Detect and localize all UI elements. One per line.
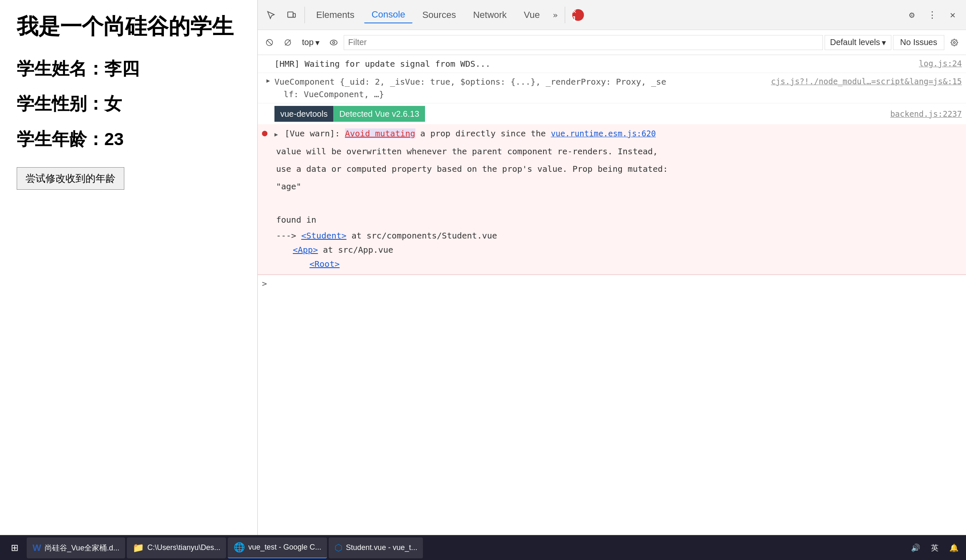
hmr-link[interactable]: log.js:24 <box>919 58 962 70</box>
tab-console[interactable]: Console <box>364 7 413 23</box>
taskbar-volume[interactable]: 🔊 <box>908 542 923 554</box>
tree-line2: <App> at src/App.vue <box>276 245 393 255</box>
tab-vue[interactable]: Vue <box>516 7 547 23</box>
vscode-icon: ⬡ <box>335 542 342 553</box>
warn-line1: value will be overwritten whenever the p… <box>276 146 658 156</box>
explorer-icon: 📁 <box>133 542 144 553</box>
error-circle-icon: ● <box>262 128 267 138</box>
chevron-down-icon: ▾ <box>315 38 319 48</box>
error-count: ✕ 1 <box>572 9 584 21</box>
inspect-icon[interactable] <box>262 6 280 24</box>
taskbar-vscode[interactable]: ⬡ Student.vue - vue_t... <box>329 537 423 558</box>
filter-input[interactable] <box>344 35 823 50</box>
explorer-label: C:\Users\tianyu\Des... <box>147 543 220 552</box>
warn-body-line1: value will be overwritten whenever the p… <box>258 143 966 160</box>
component-tree: ---> <Student> at src/components/Student… <box>258 229 966 274</box>
svg-point-6 <box>330 40 337 45</box>
tree-line1: ---> <Student> at src/components/Student… <box>276 231 497 241</box>
chrome-icon: 🌐 <box>234 542 245 553</box>
field-age: 学生年龄：23 <box>17 128 241 151</box>
avoid-mutating-highlight: Avoid mutating <box>345 128 415 138</box>
tab-divider <box>304 7 305 23</box>
taskbar-notification[interactable]: 🔔 <box>946 542 962 554</box>
badge-dark-label: vue-devtools <box>274 106 333 122</box>
hmr-text: [HMR] Waiting for update signal from WDS… <box>274 58 919 70</box>
devtools-close-icon[interactable]: ✕ <box>943 6 962 24</box>
log-level-selector[interactable]: Default levels ▾ <box>825 35 891 50</box>
console-line-vuecomp: ▶ VueComponent {_uid: 2, _isVue: true, $… <box>258 73 966 103</box>
warn-text-1: a prop directly since the <box>415 128 551 138</box>
svg-rect-0 <box>288 12 293 17</box>
student-component-link[interactable]: <Student> <box>301 231 346 241</box>
svg-point-7 <box>332 41 335 43</box>
tab-elements[interactable]: Elements <box>309 7 362 23</box>
found-in-text: found in <box>276 215 316 225</box>
log-level-value: Default levels <box>830 38 880 47</box>
devtools-settings-icon[interactable]: ⚙ <box>903 6 921 24</box>
console-input-area: > <box>258 275 966 292</box>
warn-line3: "age" <box>276 181 301 191</box>
warn-body-line2: use a data or computed property based on… <box>258 160 966 178</box>
vue-runtime-link[interactable]: vue.runtime.esm.js:620 <box>551 129 656 138</box>
vue-devtools-badge: vue-devtools Detected Vue v2.6.13 <box>274 106 425 122</box>
console-error-block: ● ▶ [Vue warn]: Avoid mutating a prop di… <box>258 124 966 275</box>
expand-obj-icon[interactable]: ▶ <box>262 76 274 85</box>
app-component-link[interactable]: <App> <box>293 245 318 255</box>
word-label: 尚硅谷_Vue全家桶.d... <box>45 543 119 553</box>
found-in-label: found in <box>258 195 966 229</box>
taskbar-word[interactable]: W 尚硅谷_Vue全家桶.d... <box>27 537 125 558</box>
volume-icon: 🔊 <box>911 543 920 552</box>
eye-icon[interactable] <box>325 34 342 51</box>
context-selector[interactable]: top ▾ <box>298 36 324 49</box>
vue-warn-prefix: [Vue warn]: <box>284 128 345 138</box>
windows-start-button[interactable]: ⊞ <box>4 537 25 558</box>
issues-label: No Issues <box>900 38 937 47</box>
taskbar-right-area: 🔊 英 🔔 <box>908 541 962 555</box>
vuecomp-link[interactable]: cjs.js?!./node_modul…=script&lang=js&:15 <box>771 75 962 88</box>
lang-label: 英 <box>931 543 938 553</box>
svg-rect-1 <box>293 13 296 17</box>
hmr-message: [HMR] Waiting for update signal from WDS… <box>274 59 491 69</box>
vuecomp-text: VueComponent {_uid: 2, _isVue: true, $op… <box>274 75 771 100</box>
page-title: 我是一个尚硅谷的学生 <box>17 13 241 41</box>
taskbar: ⊞ W 尚硅谷_Vue全家桶.d... 📁 C:\Users\tianyu\De… <box>0 535 966 560</box>
error-badge[interactable]: ✕ 1 <box>569 8 587 22</box>
backend-link[interactable]: backend.js:2237 <box>890 108 962 120</box>
taskbar-lang[interactable]: 英 <box>928 541 942 555</box>
console-settings-icon[interactable] <box>946 34 963 51</box>
chrome-label: vue_test - Google C... <box>248 543 321 552</box>
more-tabs-icon[interactable]: » <box>549 8 561 22</box>
play-button[interactable] <box>261 34 278 51</box>
devtools-panel: Elements Console Sources Network Vue » ✕… <box>257 0 966 535</box>
tab-divider-2 <box>565 7 565 23</box>
svg-point-8 <box>953 41 956 43</box>
context-value: top <box>302 38 314 47</box>
word-icon: W <box>33 542 41 553</box>
console-toolbar: top ▾ Default levels ▾ No Issues <box>258 30 966 55</box>
taskbar-explorer[interactable]: 📁 C:\Users\tianyu\Des... <box>127 537 226 558</box>
console-line-devtools-badge: vue-devtools Detected Vue v2.6.13 backen… <box>258 103 966 124</box>
console-input[interactable] <box>270 279 962 289</box>
issues-button[interactable]: No Issues <box>893 35 944 50</box>
console-prompt-symbol: > <box>262 279 267 289</box>
warn-line2: use a data or computed property based on… <box>276 164 668 174</box>
root-component-link[interactable]: <Root> <box>309 259 340 269</box>
device-icon[interactable] <box>282 6 301 24</box>
devtools-more-icon[interactable]: ⋮ <box>923 6 941 24</box>
error-icon-area: ● <box>262 128 274 138</box>
badge-green-label: Detected Vue v2.6.13 <box>333 106 425 122</box>
expand-error-icon[interactable]: ▶ <box>274 131 278 138</box>
devtools-topbar: Elements Console Sources Network Vue » ✕… <box>258 0 966 30</box>
modify-age-button[interactable]: 尝试修改收到的年龄 <box>17 167 124 190</box>
level-chevron-icon: ▾ <box>882 38 886 48</box>
field-name: 学生姓名：李四 <box>17 58 241 80</box>
tab-sources[interactable]: Sources <box>415 7 463 23</box>
badge-content: vue-devtools Detected Vue v2.6.13 <box>274 106 890 122</box>
console-output: [HMR] Waiting for update signal from WDS… <box>258 55 966 535</box>
page-content: 我是一个尚硅谷的学生 学生姓名：李四 学生性别：女 学生年龄：23 尝试修改收到… <box>0 0 257 535</box>
tab-network[interactable]: Network <box>465 7 514 23</box>
error-header-content: ▶ [Vue warn]: Avoid mutating a prop dire… <box>274 127 962 140</box>
clear-console-button[interactable] <box>279 34 296 51</box>
taskbar-chrome[interactable]: 🌐 vue_test - Google C... <box>228 537 327 558</box>
warn-body-line3: "age" <box>258 178 966 195</box>
